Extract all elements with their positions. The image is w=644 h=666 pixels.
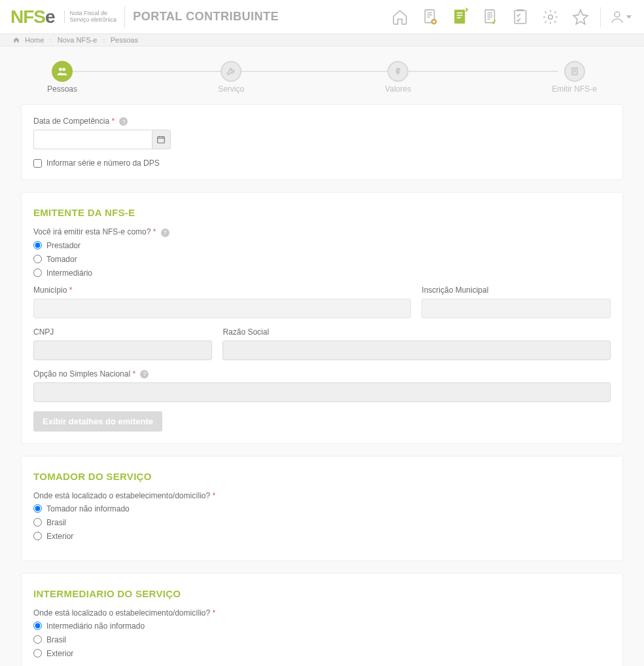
star-icon[interactable]: [567, 4, 594, 30]
radio-prestador[interactable]: Prestador: [33, 241, 611, 250]
checkbox-informar-dps[interactable]: Informar série e número da DPS: [33, 158, 611, 168]
step-label: Pessoas: [47, 84, 77, 94]
panel-emitente: EMITENTE DA NFS-E Você irá emitir esta N…: [21, 192, 623, 444]
checkbox-input[interactable]: [33, 159, 42, 168]
user-menu-icon[interactable]: [607, 4, 634, 30]
label-municipio: Município *: [33, 286, 411, 295]
input-razao-social: [223, 341, 611, 360]
bc-home[interactable]: Home: [25, 36, 44, 44]
label-tomador-localizacao: Onde está localizado o estabelecimento/d…: [33, 491, 611, 500]
radio-group-emitir-como: Prestador Tomador Intermediário: [33, 241, 611, 278]
home-icon[interactable]: [387, 4, 413, 30]
chevron-icon: ::: [102, 37, 105, 43]
radio-tomador-brasil[interactable]: Brasil: [33, 518, 611, 527]
help-icon[interactable]: ?: [119, 117, 128, 126]
people-icon: [52, 61, 73, 82]
logo-sub-line2: Serviço eletrônica: [70, 17, 117, 24]
step-label: Emitir NFS-e: [552, 84, 597, 94]
radio-intermediario-exterior[interactable]: Exterior: [33, 649, 611, 658]
gear-icon[interactable]: [537, 4, 564, 30]
document-icon: [564, 61, 585, 82]
svg-point-5: [548, 14, 553, 19]
select-inscricao-municipal[interactable]: [421, 299, 611, 318]
svg-rect-4: [514, 10, 526, 24]
invoice-list-icon[interactable]: [477, 4, 503, 30]
wrench-icon: [221, 61, 241, 82]
section-title-intermediario: INTERMEDIARIO DO SERVIÇO: [33, 588, 611, 599]
invoice-new-icon[interactable]: [417, 4, 443, 30]
chevron-icon: ::: [49, 37, 52, 43]
label-razao-social: Razão Social: [223, 327, 611, 337]
radio-group-tomador: Tomador não informado Brasil Exterior: [33, 504, 611, 541]
svg-point-6: [615, 12, 620, 17]
radio-tomador[interactable]: Tomador: [33, 255, 611, 264]
wizard-stepper: Pessoas Serviço Valores Emitir NFS-e: [21, 46, 623, 104]
logo[interactable]: NFSe Nota Fiscal de Serviço eletrônica: [10, 7, 116, 28]
step-connector: [71, 71, 224, 72]
panel-competencia: Data de Competência * ? Informar série e…: [21, 104, 623, 180]
step-connector: [404, 71, 558, 72]
input-simples-nacional: [33, 382, 611, 402]
svg-point-7: [59, 68, 62, 71]
checkbox-label: Informar série e número da DPS: [46, 158, 160, 168]
button-exibir-detalhes[interactable]: Exibir detalhes do emitente: [33, 411, 162, 432]
select-municipio[interactable]: [33, 299, 411, 318]
svg-rect-3: [485, 10, 494, 22]
panel-tomador: TOMADOR DO SERVIÇO Onde está localizado …: [21, 456, 623, 561]
dollar-icon: [387, 61, 408, 82]
home-icon: [13, 37, 20, 43]
radio-intermediario[interactable]: Intermediário: [33, 268, 611, 278]
label-simples-nacional: Opção no Simples Nacional * ?: [33, 369, 611, 379]
step-label: Serviço: [218, 84, 244, 94]
label-inscricao-municipal: Inscrição Municipal: [421, 286, 611, 295]
portal-title: PORTAL CONTRIBUINTE: [133, 10, 279, 24]
step-connector: [238, 71, 391, 72]
svg-rect-10: [158, 137, 165, 143]
logo-subtitle: Nota Fiscal de Serviço eletrônica: [64, 10, 117, 24]
calendar-button[interactable]: [152, 130, 171, 149]
divider: [600, 7, 601, 27]
panel-intermediario: INTERMEDIARIO DO SERVIÇO Onde está local…: [21, 573, 623, 666]
step-emitir[interactable]: Emitir NFS-e: [552, 61, 597, 94]
invoice-active-icon[interactable]: [447, 4, 473, 30]
logo-text: NFSe: [10, 7, 55, 28]
radio-intermediario-brasil[interactable]: Brasil: [33, 635, 611, 644]
divider: [124, 6, 125, 28]
app-header: NFSe Nota Fiscal de Serviço eletrônica P…: [0, 0, 644, 34]
svg-rect-2: [454, 9, 465, 23]
step-valores[interactable]: Valores: [385, 61, 411, 94]
svg-point-8: [62, 68, 65, 71]
radio-group-intermediario: Intermediário não informado Brasil Exter…: [33, 621, 611, 658]
input-cnpj: [33, 341, 212, 360]
breadcrumb: Home :: Nova NFS-e :: Pessoas: [0, 34, 644, 46]
bc-current: Pessoas: [111, 36, 138, 44]
label-intermediario-localizacao: Onde está localizado o estabelecimento/d…: [33, 608, 611, 618]
bc-nova-nfse[interactable]: Nova NFS-e: [58, 36, 98, 44]
section-title-tomador: TOMADOR DO SERVIÇO: [33, 471, 611, 482]
label-data-competencia: Data de Competência * ?: [33, 117, 611, 126]
radio-tomador-exterior[interactable]: Exterior: [33, 532, 611, 541]
header-toolbar: [387, 4, 634, 30]
help-icon[interactable]: ?: [161, 229, 170, 237]
step-label: Valores: [385, 84, 411, 94]
label-emitir-como: Você irá emitir esta NFS-e como? * ?: [33, 227, 611, 236]
radio-tomador-nao-informado[interactable]: Tomador não informado: [33, 504, 611, 513]
checklist-icon[interactable]: [507, 4, 533, 30]
step-servico[interactable]: Serviço: [218, 61, 244, 94]
step-pessoas[interactable]: Pessoas: [47, 61, 77, 94]
help-icon[interactable]: ?: [140, 370, 149, 379]
label-cnpj: CNPJ: [33, 327, 212, 337]
input-data-competencia[interactable]: [33, 130, 152, 149]
section-title-emitente: EMITENTE DA NFS-E: [33, 207, 611, 218]
radio-intermediario-nao-informado[interactable]: Intermediário não informado: [33, 621, 611, 631]
